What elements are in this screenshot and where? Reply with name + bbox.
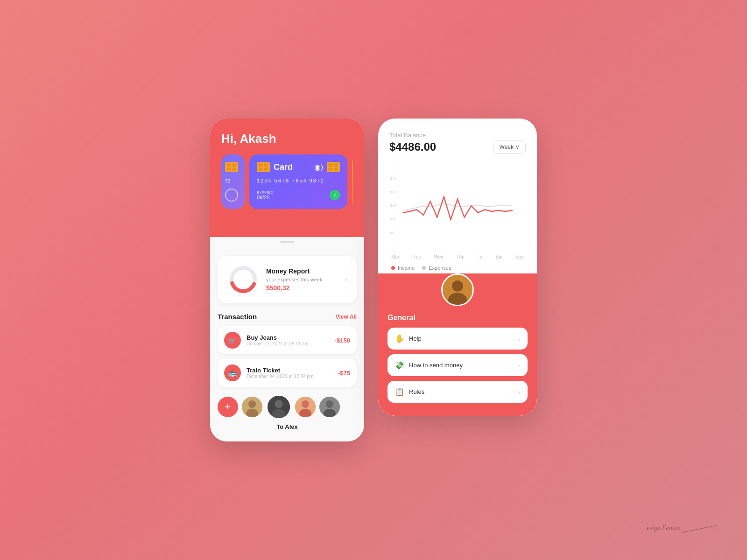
legend-income: Income <box>391 265 415 271</box>
svg-line-25 <box>682 525 717 532</box>
card-label: Card <box>274 162 310 172</box>
expenses-label: Expenses <box>429 265 451 271</box>
scroll-indicator <box>210 237 364 246</box>
balance-label: Total Balance <box>389 132 526 139</box>
tx-date-1: October 12, 2021 at 08:11 am <box>247 341 329 346</box>
main-card[interactable]: Card ◉) 1234 5678 7654 9872 <box>249 154 347 209</box>
contacts-section: + <box>218 394 357 430</box>
svg-point-3 <box>248 400 256 408</box>
phone-body: Money Report your expenses this week $50… <box>210 246 364 441</box>
avatar-1-img <box>242 397 262 417</box>
view-all-link[interactable]: View All <box>336 314 357 320</box>
signature-svg: esign Featon <box>644 516 719 539</box>
week-dropdown[interactable]: Week ∨ <box>493 140 526 154</box>
card-partial-right: Ca 1234 EXPIR <box>352 154 353 209</box>
general-title: General <box>388 314 528 322</box>
avatar-alex[interactable] <box>266 394 291 420</box>
money-report-amount: $500,32 <box>266 284 338 292</box>
avatar-3-img <box>295 397 316 417</box>
transaction-title: Transaction <box>218 313 257 321</box>
left-phone: Hi, Akash 72 <box>210 119 364 441</box>
day-fri: Fri <box>477 254 483 259</box>
svg-point-12 <box>326 400 333 408</box>
greeting-text: Hi, Akash <box>221 132 353 146</box>
money-report-title: Money Report <box>266 267 338 275</box>
tx-amount-2: -$75 <box>338 370 350 377</box>
rules-label: Rules <box>409 388 518 395</box>
general-section: General ✋ Help › 💸 How to send money › 📋… <box>378 273 537 416</box>
avatar-4-img <box>319 397 340 417</box>
card-number: 1234 5678 7654 9872 <box>257 178 340 183</box>
money-report-chevron[interactable]: › <box>345 275 347 284</box>
svg-text:$0: $0 <box>390 231 395 235</box>
chip-block <box>226 163 231 167</box>
legend-expenses: Expenses <box>422 265 451 271</box>
day-mon: Mon <box>391 254 400 259</box>
svg-point-7 <box>272 409 285 419</box>
menu-item-help[interactable]: ✋ Help › <box>388 328 528 350</box>
check-circle-icon: ✓ <box>330 190 340 200</box>
avatar-4[interactable] <box>319 397 340 417</box>
chip-block <box>226 168 231 171</box>
balance-row: $4486.00 Week ∨ <box>389 140 526 154</box>
income-label: Income <box>398 265 415 271</box>
expenses-dot <box>422 266 426 270</box>
train-ticket-icon: 🚌 <box>224 364 241 381</box>
tx-name-2: Train Ticket <box>247 367 332 374</box>
week-label: Week <box>500 144 514 150</box>
chip-icon <box>257 162 270 172</box>
cb8 <box>334 168 338 171</box>
dropdown-arrow: ∨ <box>515 144 520 150</box>
contacts-row: + <box>218 394 357 420</box>
money-report-card[interactable]: Money Report your expenses this week $50… <box>218 256 357 303</box>
send-money-label: How to send money <box>409 362 518 369</box>
send-money-emoji: 💸 <box>395 361 404 370</box>
svg-text:$10: $10 <box>390 217 397 221</box>
add-contact-button[interactable]: + <box>218 397 238 417</box>
svg-text:$30: $30 <box>390 190 397 194</box>
day-sat: Sat <box>496 254 503 259</box>
right-phone: Total Balance $4486.00 Week ∨ $40 $30 $2… <box>378 119 537 416</box>
balance-chart: $40 $30 $20 $10 $0 <box>389 168 526 252</box>
balance-amount: $4486.00 <box>389 140 436 154</box>
expired-label: EXPIRED <box>257 190 273 195</box>
svg-point-6 <box>275 400 283 408</box>
transaction-item-1[interactable]: 🛒 Buy Jeans October 12, 2021 at 08:11 am… <box>218 326 357 354</box>
avatar-alex-img <box>268 394 290 420</box>
avatar-3[interactable] <box>295 397 316 417</box>
cb7 <box>328 168 333 171</box>
svg-point-23 <box>448 293 467 306</box>
circle-empty <box>225 189 238 202</box>
menu-item-send-money[interactable]: 💸 How to send money › <box>388 354 528 376</box>
cb3 <box>258 168 263 171</box>
scroll-dot <box>280 241 294 243</box>
menu-item-rules[interactable]: 📋 Rules › <box>388 381 528 403</box>
card-footer: EXPIRED 06/25 ✓ <box>257 190 340 200</box>
day-sun: Sun <box>515 254 524 259</box>
avatar-1[interactable] <box>242 397 262 417</box>
help-emoji: ✋ <box>395 334 404 343</box>
tx-amount-1: -$150 <box>335 337 350 344</box>
transaction-item-2[interactable]: 🚌 Train Ticket December 04, 2021 at 12:3… <box>218 359 357 387</box>
rules-emoji: 📋 <box>395 387 404 396</box>
transaction-header: Transaction View All <box>218 313 357 321</box>
svg-text:$20: $20 <box>390 203 397 208</box>
tx-name-1: Buy Jeans <box>247 334 329 341</box>
tx-date-2: December 04, 2021 at 12:34 pm <box>247 374 332 379</box>
svg-point-9 <box>302 400 309 408</box>
to-alex-label: To Alex <box>218 423 357 430</box>
card-partial-number: 72 <box>225 179 241 184</box>
chip-block <box>232 168 237 171</box>
chip-block <box>232 163 237 167</box>
tx-info-2: Train Ticket December 04, 2021 at 12:34 … <box>247 367 332 379</box>
day-wed: Wed <box>434 254 444 259</box>
day-tue: Tue <box>413 254 421 259</box>
day-thu: Thu <box>457 254 465 259</box>
help-label: Help <box>409 335 518 342</box>
cb6 <box>334 163 338 167</box>
chip-icon-2 <box>327 162 340 172</box>
cards-row: 72 Card ◉) <box>221 154 353 209</box>
cb4 <box>264 168 268 171</box>
tx-info-1: Buy Jeans October 12, 2021 at 08:11 am <box>247 334 329 346</box>
cb2 <box>264 163 268 167</box>
